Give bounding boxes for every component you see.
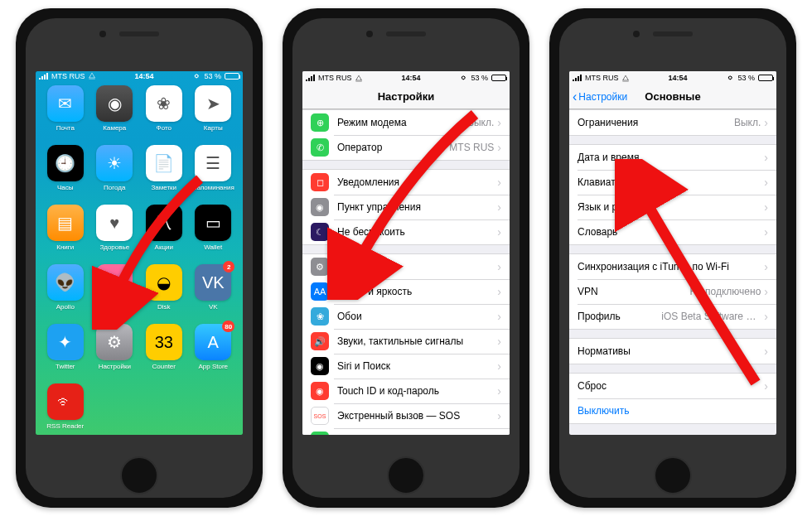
app-напоминания[interactable]: ☰Напоминания bbox=[191, 145, 237, 203]
app-icon: 33 bbox=[146, 324, 182, 360]
home-button[interactable] bbox=[654, 456, 692, 494]
battery-icon bbox=[758, 75, 773, 81]
chevron-right-icon: › bbox=[764, 310, 768, 323]
row-не-беспокоить[interactable]: ☾Не беспокоить› bbox=[302, 219, 510, 244]
chevron-right-icon: › bbox=[764, 176, 768, 189]
app-label: Disk bbox=[157, 303, 171, 311]
row-аккумулятор[interactable]: ▮Аккумулятор› bbox=[302, 428, 510, 435]
app-label: Книги bbox=[56, 244, 74, 251]
row-ограничения[interactable]: ОграниченияВыкл.› bbox=[569, 110, 776, 135]
app-icon: ◉ bbox=[96, 85, 133, 122]
app-icon: ☰ bbox=[195, 145, 231, 181]
chevron-right-icon: › bbox=[497, 285, 501, 298]
row-оператор[interactable]: ✆ОператорMTS RUS› bbox=[302, 135, 510, 160]
back-label: Настройки bbox=[578, 91, 627, 103]
row-siri-и-поиск[interactable]: ◉Siri и Поиск› bbox=[302, 354, 510, 379]
row-словарь[interactable]: Словарь› bbox=[569, 219, 776, 244]
row-экран-и-яркость[interactable]: AAЭкран и яркость› bbox=[302, 279, 510, 304]
signal-icon bbox=[573, 75, 582, 81]
app-музыка[interactable]: ♪Музыка bbox=[92, 264, 138, 322]
chevron-right-icon: › bbox=[764, 345, 768, 358]
row-label: Не беспокоить bbox=[337, 226, 497, 238]
row-icon: AA bbox=[311, 282, 329, 301]
row-экстренный-вызов-—-sos[interactable]: SOSЭкстренный вызов — SOS› bbox=[302, 403, 510, 428]
app-vk[interactable]: VK2VK bbox=[191, 264, 237, 322]
page-title: Основные bbox=[645, 90, 700, 103]
app-здоровье[interactable]: ♥Здоровье bbox=[92, 205, 138, 263]
badge: 2 bbox=[223, 261, 234, 272]
row-пункт-управления[interactable]: ◉Пункт управления› bbox=[302, 195, 510, 219]
row-уведомления[interactable]: ◻︎Уведомления› bbox=[302, 170, 510, 195]
app-icon: 〽︎ bbox=[146, 205, 182, 241]
chevron-right-icon: › bbox=[764, 200, 768, 214]
app-twitter[interactable]: ✦Twitter bbox=[42, 324, 89, 382]
row-режим-модема[interactable]: ⊕Режим модемаВыкл.› bbox=[302, 110, 510, 135]
row-профиль[interactable]: ПрофильiOS Beta Software Profile› bbox=[569, 304, 776, 329]
app-акции[interactable]: 〽︎Акции bbox=[141, 205, 187, 263]
app-apollo[interactable]: 👽Apollo bbox=[42, 264, 89, 322]
app-фото[interactable]: ❀Фото bbox=[141, 85, 187, 143]
signal-icon bbox=[39, 73, 48, 80]
app-counter[interactable]: 33Counter bbox=[141, 324, 187, 382]
app-icon: 👽 bbox=[47, 264, 84, 301]
app-почта[interactable]: ✉︎Почта bbox=[42, 85, 89, 143]
home-button[interactable] bbox=[387, 456, 425, 494]
chevron-right-icon: › bbox=[497, 200, 501, 214]
app-app store[interactable]: A80App Store bbox=[191, 324, 237, 382]
app-icon: 🕘 bbox=[47, 145, 84, 181]
chevron-right-icon: › bbox=[497, 335, 501, 348]
app-label: Настройки bbox=[99, 363, 131, 370]
row-язык-и-регион[interactable]: Язык и регион› bbox=[569, 195, 776, 219]
settings-list[interactable]: ⊕Режим модемаВыкл.›✆ОператорMTS RUS›◻︎Ув… bbox=[302, 109, 510, 435]
app-wallet[interactable]: ▭Wallet bbox=[191, 205, 237, 263]
app-часы[interactable]: 🕘Часы bbox=[42, 145, 89, 203]
app-icon: ♥ bbox=[96, 205, 133, 241]
row-звуки,-тактильные-сигналы[interactable]: 🔊Звуки, тактильные сигналы› bbox=[302, 329, 510, 354]
row-touch-id-и-код-пароль[interactable]: ◉Touch ID и код-пароль› bbox=[302, 379, 510, 403]
chevron-right-icon: › bbox=[497, 225, 501, 239]
row-основные[interactable]: ⚙Основные› bbox=[302, 254, 510, 279]
battery-icon bbox=[491, 75, 506, 81]
row-клавиатура[interactable]: Клавиатура› bbox=[569, 170, 776, 195]
app-камера[interactable]: ◉Камера bbox=[92, 85, 138, 143]
chevron-right-icon: › bbox=[497, 359, 501, 373]
chevron-right-icon: › bbox=[764, 285, 768, 298]
page-title: Настройки bbox=[378, 90, 435, 103]
app-заметки[interactable]: 📄Заметки bbox=[141, 145, 187, 203]
row-label: Режим модема bbox=[337, 117, 467, 128]
row-выключить[interactable]: Выключить bbox=[569, 398, 776, 423]
phone-settings: MTS RUS⧋ 14:54 ⭘53 % Настройки ⊕Режим мо… bbox=[283, 8, 529, 508]
general-list[interactable]: ОграниченияВыкл.›Дата и время›Клавиатура… bbox=[569, 109, 776, 435]
app-icon: ✉︎ bbox=[47, 85, 84, 122]
lock-icon: ⭘ bbox=[460, 74, 467, 82]
row-icon: ⊕ bbox=[311, 113, 329, 132]
row-label: Экран и яркость bbox=[337, 286, 497, 297]
battery-percent: 53 % bbox=[204, 72, 221, 80]
lock-icon: ⭘ bbox=[193, 72, 201, 80]
row-нормативы[interactable]: Нормативы› bbox=[569, 339, 776, 364]
row-дата-и-время[interactable]: Дата и время› bbox=[569, 145, 776, 170]
row-value: Не подключено bbox=[689, 286, 761, 297]
home-button[interactable] bbox=[120, 456, 158, 494]
chevron-right-icon: › bbox=[497, 310, 501, 323]
row-сброс[interactable]: Сброс› bbox=[569, 374, 776, 398]
row-vpn[interactable]: VPNНе подключено› bbox=[569, 279, 776, 304]
back-button[interactable]: ‹Настройки bbox=[573, 90, 627, 104]
app-disk[interactable]: ◒Disk bbox=[141, 264, 187, 322]
app-карты[interactable]: ➤Карты bbox=[191, 85, 237, 143]
app-книги[interactable]: ▤Книги bbox=[42, 205, 89, 263]
chevron-left-icon: ‹ bbox=[573, 90, 577, 104]
app-настройки[interactable]: ⚙Настройки bbox=[92, 324, 138, 382]
app-icon: ▤ bbox=[47, 205, 84, 241]
row-icon: ◉ bbox=[311, 357, 329, 375]
row-обои[interactable]: ❀Обои› bbox=[302, 304, 510, 329]
row-value: iOS Beta Software Profile bbox=[661, 311, 761, 322]
app-rss reader[interactable]: ᯤRSS Reader bbox=[42, 383, 89, 435]
app-погода[interactable]: ☀︎Погода bbox=[92, 145, 138, 203]
row-icon: ✆ bbox=[311, 138, 329, 157]
row-label: Пункт управления bbox=[337, 201, 497, 213]
row-icon: SOS bbox=[311, 407, 329, 425]
row-синхронизация-с-itunes-по-wi-fi[interactable]: Синхронизация с iTunes по Wi-Fi› bbox=[569, 254, 776, 279]
app-icon: ᯤ bbox=[47, 383, 84, 420]
battery-icon bbox=[225, 73, 239, 80]
